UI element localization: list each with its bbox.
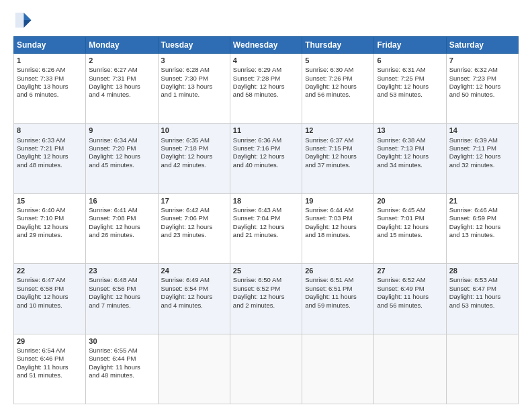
day-info-line: Sunrise: 6:28 AM [161,66,227,74]
day-info-line: and 29 minutes. [17,231,83,239]
calendar-cell: 24Sunrise: 6:49 AMSunset: 6:54 PMDayligh… [158,264,230,334]
day-info-line: Sunset: 7:20 PM [89,144,154,152]
svg-marker-1 [24,20,31,28]
day-number: 5 [305,56,371,65]
day-info-line: Sunset: 6:47 PM [449,285,515,293]
day-info-line: Sunrise: 6:33 AM [17,136,83,144]
day-info-line: Sunrise: 6:42 AM [161,206,227,214]
day-info-line: Daylight: 12 hours [233,223,299,231]
day-info-line: Sunrise: 6:55 AM [89,347,154,355]
day-info-line: Sunrise: 6:44 AM [305,206,371,214]
day-info-line: Daylight: 13 hours [89,83,154,91]
day-info-line: Daylight: 11 hours [89,363,154,371]
day-number: 30 [89,336,154,346]
day-info-line: and 58 minutes. [233,91,299,99]
day-number: 6 [377,56,443,65]
day-info-line: Sunset: 7:16 PM [233,144,299,152]
day-info-line: and 40 minutes. [233,161,299,169]
day-info-line: Daylight: 12 hours [305,223,371,231]
day-info-line: Daylight: 12 hours [449,152,515,161]
calendar-cell: 26Sunrise: 6:51 AMSunset: 6:51 PMDayligh… [302,264,374,334]
logo [13,11,35,30]
day-number: 26 [305,266,371,275]
day-info-line: and 42 minutes. [161,161,227,169]
day-number: 4 [233,56,299,65]
calendar-cell: 10Sunrise: 6:35 AMSunset: 7:18 PMDayligh… [158,124,230,193]
day-info-line: Daylight: 12 hours [377,83,443,91]
calendar-cell [230,334,302,404]
calendar-cell: 12Sunrise: 6:37 AMSunset: 7:15 PMDayligh… [302,124,374,193]
day-info-line: Sunrise: 6:48 AM [89,276,154,284]
calendar-cell [374,334,446,404]
day-info-line: Sunrise: 6:54 AM [17,347,83,355]
svg-marker-0 [24,13,31,20]
day-info-line: Daylight: 12 hours [161,152,227,161]
day-info-line: Sunrise: 6:41 AM [89,206,154,214]
calendar-cell: 23Sunrise: 6:48 AMSunset: 6:56 PMDayligh… [86,264,158,334]
day-number: 2 [89,56,154,65]
calendar-cell: 20Sunrise: 6:45 AMSunset: 7:01 PMDayligh… [374,193,446,263]
calendar-cell: 15Sunrise: 6:40 AMSunset: 7:10 PMDayligh… [14,193,86,263]
calendar-header-thursday: Thursday [302,37,374,54]
svg-marker-2 [15,13,24,28]
calendar-table: SundayMondayTuesdayWednesdayThursdayFrid… [13,36,519,404]
day-info-line: and 48 minutes. [89,371,154,379]
day-number: 1 [17,56,83,65]
day-info-line: Daylight: 12 hours [89,152,154,161]
day-info-line: Sunset: 7:25 PM [377,75,443,83]
day-info-line: Sunrise: 6:51 AM [305,276,371,284]
day-number: 13 [377,126,443,135]
day-number: 11 [233,126,299,135]
calendar-week-5: 29Sunrise: 6:54 AMSunset: 6:46 PMDayligh… [14,334,519,404]
day-info-line: Sunrise: 6:40 AM [17,206,83,214]
day-info-line: and 15 minutes. [377,231,443,239]
day-info-line: Sunset: 6:54 PM [161,285,227,293]
day-info-line: Sunset: 6:46 PM [17,355,83,363]
day-info-line: Daylight: 12 hours [89,223,154,231]
day-info-line: and 51 minutes. [17,371,83,379]
day-info-line: and 18 minutes. [305,231,371,239]
calendar-cell: 13Sunrise: 6:38 AMSunset: 7:13 PMDayligh… [374,124,446,193]
day-info-line: Sunset: 6:49 PM [377,285,443,293]
calendar-cell: 25Sunrise: 6:50 AMSunset: 6:52 PMDayligh… [230,264,302,334]
day-number: 16 [89,196,154,205]
calendar-cell: 14Sunrise: 6:39 AMSunset: 7:11 PMDayligh… [446,124,518,193]
calendar-header-tuesday: Tuesday [158,37,230,54]
day-number: 21 [449,196,515,205]
day-info-line: Sunset: 7:11 PM [449,144,515,152]
day-info-line: and 7 minutes. [89,302,154,310]
day-info-line: and 2 minutes. [233,302,299,310]
calendar-week-4: 22Sunrise: 6:47 AMSunset: 6:58 PMDayligh… [14,264,519,334]
logo-icon [13,11,32,30]
day-info-line: and 4 minutes. [89,91,154,99]
calendar-week-1: 1Sunrise: 6:26 AMSunset: 7:33 PMDaylight… [14,54,519,124]
calendar-week-2: 8Sunrise: 6:33 AMSunset: 7:21 PMDaylight… [14,124,519,193]
calendar-cell: 7Sunrise: 6:32 AMSunset: 7:23 PMDaylight… [446,54,518,124]
day-info-line: Sunset: 6:58 PM [17,285,83,293]
day-info-line: Daylight: 12 hours [17,223,83,231]
calendar-cell [446,334,518,404]
header [13,11,519,30]
day-info-line: Sunrise: 6:37 AM [305,136,371,144]
day-info-line: Sunset: 7:18 PM [161,144,227,152]
calendar-header-sunday: Sunday [14,37,86,54]
day-info-line: and 13 minutes. [449,231,515,239]
day-info-line: Sunrise: 6:29 AM [233,66,299,74]
day-info-line: Sunset: 7:26 PM [305,75,371,83]
page: SundayMondayTuesdayWednesdayThursdayFrid… [0,0,532,411]
day-info-line: Sunrise: 6:35 AM [161,136,227,144]
day-number: 14 [449,126,515,135]
calendar-cell [158,334,230,404]
day-info-line: Sunrise: 6:49 AM [161,276,227,284]
day-info-line: Daylight: 12 hours [305,152,371,161]
calendar-cell: 16Sunrise: 6:41 AMSunset: 7:08 PMDayligh… [86,193,158,263]
day-info-line: Sunrise: 6:30 AM [305,66,371,74]
day-info-line: Daylight: 13 hours [161,83,227,91]
day-info-line: Daylight: 12 hours [449,223,515,231]
day-info-line: Daylight: 12 hours [233,293,299,301]
day-info-line: Sunset: 7:03 PM [305,214,371,222]
calendar-cell: 9Sunrise: 6:34 AMSunset: 7:20 PMDaylight… [86,124,158,193]
day-info-line: Sunrise: 6:26 AM [17,66,83,74]
day-info-line: Daylight: 12 hours [17,152,83,161]
day-info-line: Sunset: 7:13 PM [377,144,443,152]
